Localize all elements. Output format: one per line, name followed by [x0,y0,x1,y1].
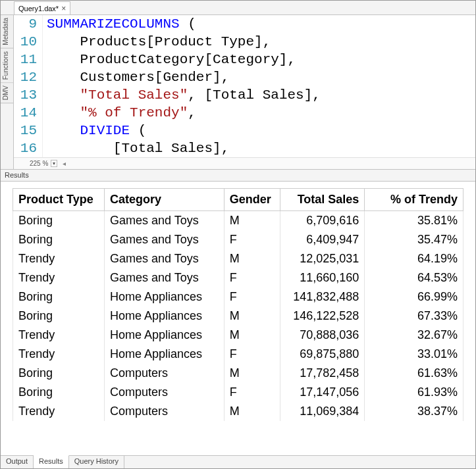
cell: 70,888,036 [280,326,365,345]
code-text[interactable]: SUMMARIZECOLUMNS ( [43,15,475,33]
cell: 61.93% [365,383,463,402]
table-row[interactable]: TrendyHome AppliancesF69,875,88033.01% [13,345,463,364]
code-text[interactable]: "Total Sales", [Total Sales], [43,86,475,104]
column-header[interactable]: Gender [224,189,280,211]
side-tab-functions[interactable]: Functions [1,49,13,83]
side-tab-strip: MetadataFunctionsDMV [1,15,14,169]
cell: 17,782,458 [280,364,365,383]
cell: F [224,345,280,364]
code-text[interactable]: Products[Product Type], [43,33,475,51]
column-header[interactable]: Total Sales [280,189,365,211]
code-editor[interactable]: 9SUMMARIZECOLUMNS (10 Products[Product T… [14,15,475,169]
file-tab[interactable]: Query1.dax* × [14,1,70,14]
cell: F [224,230,280,249]
cell: M [224,211,280,231]
code-text[interactable]: DIVIDE ( [43,122,475,139]
line-number: 15 [14,122,43,139]
cell: 35.47% [365,230,463,249]
table-row[interactable]: TrendyComputersM11,069,38438.37% [13,402,463,421]
file-tab-label: Query1.dax* [18,5,59,12]
code-line: 16 [Total Sales], [14,139,475,157]
zoom-bar: 225 % ▾ ◂ [14,157,475,169]
bottom-tab-output[interactable]: Output [1,456,34,468]
code-line: 10 Products[Product Type], [14,33,475,51]
cell: 61.63% [365,364,463,383]
results-pane[interactable]: Product TypeCategoryGenderTotal Sales% o… [1,182,475,455]
table-row[interactable]: TrendyGames and ToysF11,660,16064.53% [13,268,463,287]
cell: 146,122,528 [280,307,365,326]
cell: 141,832,488 [280,287,365,307]
code-viewport[interactable]: 9SUMMARIZECOLUMNS (10 Products[Product T… [14,15,475,157]
cell: 67.33% [365,307,463,326]
cell: Boring [13,211,105,231]
cell: 69,875,880 [280,345,365,364]
cell: Trendy [13,268,105,287]
cell: Home Appliances [104,345,224,364]
cell: Games and Toys [104,249,224,268]
cell: 11,660,160 [280,268,365,287]
cell: Computers [104,364,224,383]
line-number: 14 [14,104,43,122]
cell: Trendy [13,402,105,421]
table-row[interactable]: BoringComputersM17,782,45861.63% [13,364,463,383]
cell: Trendy [13,326,105,345]
table-row[interactable]: BoringHome AppliancesF141,832,48866.99% [13,287,463,307]
cell: Home Appliances [104,287,224,307]
cell: F [224,268,280,287]
code-line: 9SUMMARIZECOLUMNS ( [14,15,475,33]
code-line: 15 DIVIDE ( [14,122,475,139]
results-table: Product TypeCategoryGenderTotal Sales% o… [13,188,463,421]
cell: Games and Toys [104,230,224,249]
bottom-tab-strip: OutputResultsQuery History [1,455,475,468]
file-tab-strip: Query1.dax* × [1,1,475,15]
line-number: 9 [14,15,43,33]
cell: Computers [104,383,224,402]
zoom-level[interactable]: 225 % [30,160,48,167]
table-row[interactable]: BoringGames and ToysF6,409,94735.47% [13,230,463,249]
close-icon[interactable]: × [61,5,66,12]
cell: F [224,383,280,402]
column-header[interactable]: Product Type [13,189,105,211]
cell: F [224,287,280,307]
cell: Boring [13,383,105,402]
cell: 11,069,384 [280,402,365,421]
cell: Home Appliances [104,326,224,345]
cell: 12,025,031 [280,249,365,268]
line-number: 11 [14,51,43,68]
column-header[interactable]: Category [104,189,224,211]
side-tab-metadata[interactable]: Metadata [1,15,13,49]
cell: 17,147,056 [280,383,365,402]
table-row[interactable]: TrendyGames and ToysM12,025,03164.19% [13,249,463,268]
code-text[interactable]: ProductCategory[Category], [43,51,475,68]
bottom-tab-results[interactable]: Results [34,455,69,468]
column-header[interactable]: % of Trendy [365,189,463,211]
table-row[interactable]: TrendyHome AppliancesM70,888,03632.67% [13,326,463,345]
cell: M [224,364,280,383]
code-line: 13 "Total Sales", [Total Sales], [14,86,475,104]
bottom-tab-query-history[interactable]: Query History [69,456,124,468]
table-row[interactable]: BoringHome AppliancesM146,122,52867.33% [13,307,463,326]
results-panel-header: Results [1,170,475,182]
cell: Boring [13,307,105,326]
code-line: 14 "% of Trendy", [14,104,475,122]
chevron-left-icon[interactable]: ◂ [63,160,66,167]
table-row[interactable]: BoringGames and ToysM6,709,61635.81% [13,211,463,231]
code-line: 11 ProductCategory[Category], [14,51,475,68]
cell: Trendy [13,345,105,364]
table-row[interactable]: BoringComputersF17,147,05661.93% [13,383,463,402]
cell: 35.81% [365,211,463,231]
cell: 6,409,947 [280,230,365,249]
chevron-down-icon[interactable]: ▾ [51,160,57,167]
cell: 64.53% [365,268,463,287]
cell: Home Appliances [104,307,224,326]
code-text[interactable]: "% of Trendy", [43,104,475,122]
cell: M [224,402,280,421]
code-text[interactable]: [Total Sales], [43,139,475,157]
side-tab-dmv[interactable]: DMV [1,83,13,103]
code-text[interactable]: Customers[Gender], [43,68,475,86]
editor-area: MetadataFunctionsDMV 9SUMMARIZECOLUMNS (… [1,15,475,170]
cell: Boring [13,287,105,307]
app-window: Query1.dax* × MetadataFunctionsDMV 9SUMM… [0,0,476,469]
cell: 33.01% [365,345,463,364]
cell: 38.37% [365,402,463,421]
